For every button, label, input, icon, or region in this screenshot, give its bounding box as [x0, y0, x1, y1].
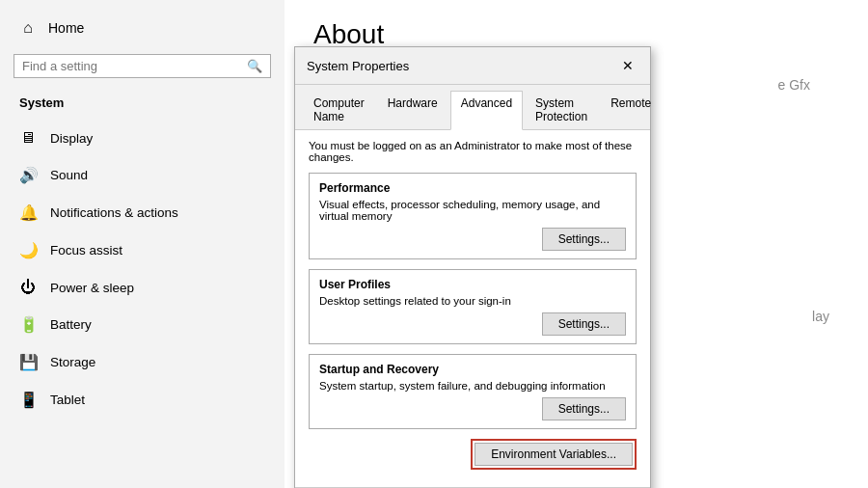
performance-desc: Visual effects, processor scheduling, me… — [319, 199, 626, 222]
sidebar-item-display[interactable]: 🖥 Display — [0, 120, 285, 156]
focus-icon: 🌙 — [19, 241, 37, 259]
sidebar-item-label: Notifications & actions — [50, 205, 178, 220]
home-label: Home — [48, 20, 84, 36]
sidebar-home[interactable]: ⌂ Home — [0, 10, 285, 46]
env-vars-highlight: Environment Variables... — [471, 439, 637, 470]
sidebar-item-label: Tablet — [50, 393, 85, 407]
admin-note: You must be logged on as an Administrato… — [309, 140, 637, 163]
tab-remote[interactable]: Remote — [600, 91, 662, 129]
sound-icon: 🔊 — [19, 166, 37, 184]
home-icon: ⌂ — [19, 19, 37, 37]
startup-recovery-title: Startup and Recovery — [319, 363, 626, 376]
sidebar: ⌂ Home 🔍 System 🖥 Display 🔊 Sound 🔔 Noti… — [0, 0, 285, 488]
dialog-body: You must be logged on as an Administrato… — [295, 130, 650, 487]
startup-recovery-desc: System startup, system failure, and debu… — [319, 380, 626, 392]
performance-settings-button[interactable]: Settings... — [542, 228, 626, 251]
bg-text-lay: lay — [812, 309, 829, 324]
performance-section: Performance Visual effects, processor sc… — [309, 173, 637, 259]
user-profiles-settings-button[interactable]: Settings... — [542, 312, 626, 336]
startup-recovery-section: Startup and Recovery System startup, sys… — [309, 354, 637, 429]
sidebar-item-sound[interactable]: 🔊 Sound — [0, 156, 285, 194]
power-icon: ⏻ — [19, 279, 37, 296]
user-profiles-desc: Desktop settings related to your sign-in — [319, 295, 626, 307]
env-vars-button[interactable]: Environment Variables... — [475, 443, 633, 466]
sidebar-item-label: Sound — [50, 168, 88, 182]
user-profiles-settings-row: Settings... — [319, 312, 626, 336]
sidebar-item-battery[interactable]: 🔋 Battery — [0, 306, 285, 343]
user-profiles-title: User Profiles — [319, 278, 626, 291]
sidebar-item-label: Storage — [50, 355, 95, 369]
search-box: 🔍 — [14, 54, 271, 78]
display-icon: 🖥 — [19, 129, 37, 147]
dialog-close-button[interactable]: ✕ — [617, 55, 638, 76]
env-vars-row: Environment Variables... — [309, 439, 637, 470]
startup-recovery-settings-row: Settings... — [319, 397, 626, 420]
sidebar-item-label: Focus assist — [50, 243, 122, 258]
dialog-title: System Properties — [307, 59, 409, 73]
battery-icon: 🔋 — [19, 315, 37, 334]
sidebar-item-label: Display — [50, 131, 93, 146]
tablet-icon: 📱 — [19, 391, 37, 409]
dialog-titlebar: System Properties ✕ — [295, 47, 650, 85]
sidebar-item-power[interactable]: ⏻ Power & sleep — [0, 269, 285, 306]
sidebar-item-focus[interactable]: 🌙 Focus assist — [0, 231, 285, 269]
notifications-icon: 🔔 — [19, 203, 37, 222]
performance-settings-row: Settings... — [319, 228, 626, 251]
tab-advanced[interactable]: Advanced — [450, 91, 523, 130]
tab-hardware[interactable]: Hardware — [377, 91, 448, 129]
system-properties-dialog: System Properties ✕ Computer Name Hardwa… — [294, 46, 651, 488]
startup-recovery-settings-button[interactable]: Settings... — [542, 397, 626, 420]
sidebar-item-label: Battery — [50, 317, 92, 332]
storage-icon: 💾 — [19, 353, 37, 371]
user-profiles-section: User Profiles Desktop settings related t… — [309, 269, 637, 344]
tab-system-protection[interactable]: System Protection — [525, 91, 598, 129]
dialog-tabs: Computer Name Hardware Advanced System P… — [295, 85, 650, 130]
sidebar-item-label: Power & sleep — [50, 281, 134, 295]
main-content: About e Gfx lay System Properties ✕ Comp… — [285, 0, 868, 488]
bg-text-gfx: e Gfx — [778, 77, 810, 93]
sidebar-item-tablet[interactable]: 📱 Tablet — [0, 381, 285, 419]
sidebar-item-notifications[interactable]: 🔔 Notifications & actions — [0, 194, 285, 231]
system-section-label: System — [0, 90, 285, 120]
tab-computer-name[interactable]: Computer Name — [303, 91, 375, 129]
search-input[interactable] — [22, 59, 241, 73]
sidebar-item-storage[interactable]: 💾 Storage — [0, 343, 285, 381]
search-icon: 🔍 — [247, 59, 262, 73]
performance-title: Performance — [319, 181, 626, 195]
